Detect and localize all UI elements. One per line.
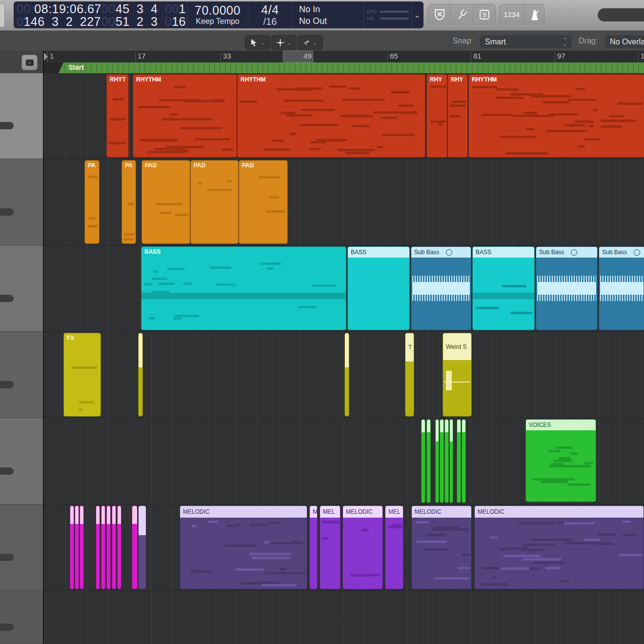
region[interactable]: PAD: [239, 160, 288, 244]
region[interactable]: MELODIC: [474, 505, 644, 589]
region[interactable]: [138, 505, 146, 589]
time-signature[interactable]: 4/4: [248, 3, 292, 16]
region[interactable]: BASS: [472, 246, 535, 330]
region[interactable]: [112, 505, 116, 589]
tempo-value[interactable]: 70.0000: [187, 4, 248, 17]
region[interactable]: Sub Bass: [599, 246, 644, 330]
region[interactable]: [462, 419, 466, 503]
region[interactable]: BASS: [141, 246, 346, 330]
track-header[interactable]: [0, 332, 43, 418]
region[interactable]: RHY: [447, 74, 468, 158]
region-name: M: [313, 508, 318, 515]
arrangement-lanes[interactable]: RHYTRHYTHMRHYTHMRHYRHYRHYTHMPAPAPADPADPA…: [44, 73, 644, 644]
pointer-tool-menu[interactable]: ⌄: [245, 35, 270, 50]
midi-note: [501, 567, 529, 570]
region[interactable]: MELODIC: [342, 505, 383, 589]
start-marker[interactable]: Start: [59, 62, 644, 73]
master-volume-slider[interactable]: [598, 8, 644, 21]
region[interactable]: M: [309, 505, 318, 589]
region-name: BASS: [351, 249, 366, 256]
region[interactable]: Weird S: [443, 333, 472, 417]
metronome-button[interactable]: [524, 4, 544, 25]
region[interactable]: [435, 419, 439, 503]
track-header-control-pill[interactable]: [0, 554, 14, 561]
region[interactable]: [132, 505, 138, 589]
region[interactable]: [96, 505, 100, 589]
lcd-timesig-section[interactable]: 4/4 /16: [248, 1, 292, 28]
drag-dropdown[interactable]: No Overla: [605, 35, 644, 48]
region[interactable]: [344, 333, 349, 417]
region[interactable]: T: [405, 333, 414, 417]
region[interactable]: MEL: [385, 505, 403, 589]
division-value[interactable]: /16: [248, 16, 292, 27]
track-header-control-pill[interactable]: [0, 208, 14, 216]
region[interactable]: RHYTHM: [133, 74, 237, 158]
region[interactable]: PA: [121, 160, 136, 244]
region[interactable]: MEL: [320, 505, 341, 589]
playhead-triangle-icon[interactable]: [44, 53, 48, 60]
marker-lane[interactable]: Start: [43, 62, 644, 73]
region[interactable]: PA: [84, 160, 100, 244]
region[interactable]: Sub Bass: [536, 246, 598, 330]
lcd-locators-section[interactable]: 0045 3 4 001 0051 2 3 016: [97, 1, 187, 28]
region[interactable]: MELODIC: [180, 505, 307, 589]
region[interactable]: MELODIC: [411, 505, 472, 589]
region[interactable]: RHYTHM: [468, 74, 644, 158]
lcd-options-chevron[interactable]: ⌄: [412, 1, 423, 28]
track-header-control-pill[interactable]: [0, 381, 14, 388]
track-header-control-pill[interactable]: [0, 467, 14, 475]
midi-note: [309, 148, 321, 150]
region[interactable]: [421, 419, 425, 503]
region[interactable]: Sub Bass: [411, 246, 471, 330]
region[interactable]: BASS: [347, 246, 410, 330]
region[interactable]: RHYTHM: [237, 74, 425, 158]
ruler-tick: [555, 52, 555, 62]
tempo-mode[interactable]: Keep Tempo: [187, 17, 248, 26]
region[interactable]: [457, 419, 461, 503]
count-in-button[interactable]: 1234: [500, 4, 524, 25]
region[interactable]: [444, 419, 449, 503]
track-header-control-pill[interactable]: [0, 122, 14, 129]
track-header[interactable]: [0, 245, 43, 332]
region[interactable]: RHYT: [106, 74, 129, 158]
library-toggle-button[interactable]: [0, 3, 5, 27]
track-header[interactable]: [0, 418, 43, 504]
midi-note: [549, 465, 591, 467]
region[interactable]: FX: [63, 333, 101, 417]
region[interactable]: [106, 505, 111, 589]
region[interactable]: [117, 505, 121, 589]
region[interactable]: [449, 419, 453, 503]
marquee-tool-menu[interactable]: ⌄: [271, 35, 297, 50]
region[interactable]: VOICES: [525, 419, 596, 502]
lcd-position-section[interactable]: 00:08:19:06.67 0146 3 2 227: [14, 1, 97, 28]
track-header-control-pill[interactable]: [0, 295, 14, 302]
midi-filter-button[interactable]: [428, 4, 451, 25]
track-header[interactable]: [0, 73, 43, 159]
midi-note: [152, 278, 167, 280]
lcd-tempo-section[interactable]: 70.0000 Keep Tempo: [187, 1, 248, 28]
region[interactable]: [80, 505, 84, 589]
region[interactable]: [75, 505, 79, 589]
scissors-tool-menu[interactable]: ✂ ⌄: [298, 35, 323, 50]
solo-button[interactable]: S: [473, 4, 495, 25]
snap-dropdown[interactable]: Smart ⌃⌄: [480, 35, 572, 48]
region[interactable]: PAD: [190, 160, 239, 244]
midi-note: [565, 542, 603, 544]
track-header[interactable]: [0, 504, 43, 591]
lcd-performance-section[interactable]: CPU HD: [364, 1, 412, 28]
region[interactable]: [440, 419, 444, 503]
region-name: RHYTHM: [241, 76, 265, 83]
region[interactable]: RHY: [426, 74, 447, 158]
region[interactable]: [426, 419, 431, 503]
region[interactable]: [70, 505, 74, 589]
bar-ruler[interactable]: 117334965819711: [43, 51, 644, 62]
region[interactable]: PAD: [141, 160, 190, 244]
track-header-control-pill[interactable]: [0, 624, 14, 631]
tuner-button[interactable]: [451, 4, 473, 25]
track-header[interactable]: [0, 159, 43, 245]
track-view-options-button[interactable]: ⌄: [21, 55, 38, 70]
region[interactable]: [101, 505, 105, 589]
lcd-display[interactable]: 00:08:19:06.67 0146 3 2 227 0045 3 4 001…: [14, 1, 423, 28]
track-header[interactable]: [0, 591, 43, 644]
region[interactable]: [138, 333, 143, 417]
